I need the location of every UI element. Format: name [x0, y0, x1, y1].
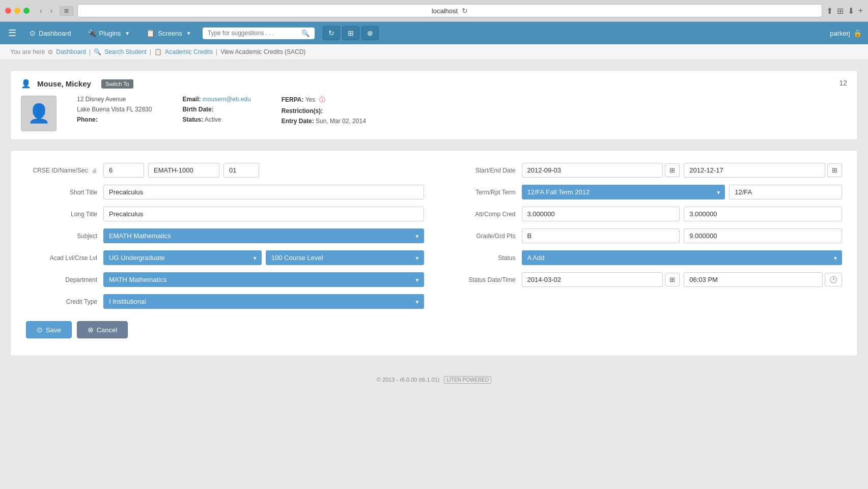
student-person-icon: 👤 [21, 79, 31, 89]
share-button[interactable]: ⬆ [826, 6, 833, 16]
grid-action-button[interactable]: ⊞ [342, 26, 359, 40]
email-label: Email: [182, 96, 201, 103]
download-button[interactable]: ⬇ [848, 6, 854, 16]
screens-label: Screens [158, 30, 182, 37]
status-form-label: Status [444, 254, 516, 262]
status-form-controls: A Add ▼ [522, 250, 843, 265]
main-content: 👤 Mouse, Mickey Switch To 12 👤 12 Disney… [0, 60, 868, 403]
comp-cred-input[interactable] [684, 207, 842, 221]
maximize-traffic-light[interactable] [23, 8, 30, 14]
status-time-wrapper: 🕐 [684, 272, 842, 287]
switch-to-button[interactable]: Switch To [101, 79, 133, 89]
close-action-button[interactable]: ⊗ [361, 26, 379, 40]
subject-select-wrapper: EMATH Mathematics ▼ [103, 228, 424, 243]
screens-nav-item[interactable]: 📋 Screens ▼ [141, 26, 197, 40]
refresh-action-button[interactable]: ↻ [323, 26, 340, 40]
reader-mode-button[interactable]: ⊞ [60, 6, 73, 16]
minimize-traffic-light[interactable] [14, 8, 20, 14]
student-avatar: 👤 [21, 96, 57, 131]
entry-date-label: Entry Date: [282, 118, 314, 125]
ferpa-value: Yes [305, 96, 316, 103]
long-title-label: Long Title [26, 211, 97, 218]
rpt-term-input[interactable] [729, 185, 842, 199]
dashboard-label: Dashboard [39, 30, 71, 37]
breadcrumb-current: View Academic Credits (SACD) [220, 48, 305, 55]
save-button[interactable]: ⊙ Save [26, 321, 72, 338]
cancel-button[interactable]: ⊗ Cancel [77, 321, 128, 338]
entry-date-row: Entry Date: Sun, Mar 02, 2014 [282, 118, 366, 125]
phone-label: Phone: [77, 116, 98, 123]
status-date-row: Status Date/Time ⊞ 🕐 [444, 272, 843, 287]
department-select-wrapper: MATH Mathematics ▼ [103, 272, 424, 287]
crse-lvl-select-wrapper: 100 Course Level ▼ [266, 250, 424, 265]
grd-pts-input[interactable] [684, 228, 842, 243]
long-title-input[interactable] [103, 207, 424, 221]
address-line2: Lake Buena Vista FL 32830 [77, 106, 152, 113]
status-date-input[interactable] [522, 272, 663, 287]
acad-lvl-select[interactable]: UG Undergraduate [103, 250, 262, 265]
subject-select[interactable]: EMATH Mathematics [103, 228, 424, 243]
form-button-row: ⊙ Save ⊗ Cancel [26, 316, 842, 343]
breadcrumb: You are here ⊙ Dashboard | 🔍 Search Stud… [0, 44, 868, 60]
dashboard-nav-item[interactable]: ⊙ Dashboard [24, 26, 76, 40]
department-select[interactable]: MATH Mathematics [103, 272, 424, 287]
phone-row: Phone: [77, 116, 152, 123]
search-input[interactable] [208, 30, 298, 37]
crse-info-icon[interactable]: 🖨 [92, 167, 97, 174]
credit-type-label: Credit Type [26, 298, 97, 305]
hamburger-menu-button[interactable]: ☰ [6, 25, 18, 41]
short-title-input[interactable] [103, 185, 424, 199]
browser-chrome: ‹ › ⊞ localhost ↻ ⬆ ⊞ ⬇ + [0, 0, 868, 22]
student-details: 👤 12 Disney Avenue Lake Buena Vista FL 3… [21, 96, 847, 131]
search-icon: 🔍 [301, 30, 310, 37]
start-end-date-label: Start/End Date [444, 167, 516, 174]
status-select[interactable]: A Add [522, 250, 843, 265]
form-left-column: CRSE ID/Name/Sec 🖨 Short Title [26, 163, 424, 316]
status-date-controls: ⊞ 🕐 [522, 272, 843, 287]
term-select[interactable]: 12/FA Fall Term 2012 [522, 185, 725, 199]
close-traffic-light[interactable] [5, 8, 11, 14]
crse-lvl-select[interactable]: 100 Course Level [266, 250, 424, 265]
start-date-input[interactable] [522, 163, 663, 178]
status-time-input[interactable] [684, 272, 823, 287]
breadcrumb-academic-credits[interactable]: Academic Credits [165, 48, 213, 55]
status-time-clock-button[interactable]: 🕐 [825, 273, 842, 286]
status-date-wrapper: ⊞ [522, 272, 680, 287]
forward-button[interactable]: › [47, 6, 56, 16]
browser-nav-arrows: ‹ › [37, 6, 55, 16]
credit-type-select[interactable]: I Institutional [103, 294, 424, 309]
header-user-area: parkerj 🔒 [830, 29, 862, 37]
form-right-column: Start/End Date ⊞ ⊞ Term/Rpt Te [444, 163, 843, 316]
breadcrumb-prefix: You are here [10, 48, 45, 55]
crse-id-input[interactable] [103, 163, 144, 178]
fullscreen-button[interactable]: ⊞ [837, 6, 844, 16]
grade-pts-label: Grade/Grd Pts [444, 233, 516, 240]
dashboard-icon: ⊙ [30, 29, 36, 37]
breadcrumb-dashboard[interactable]: Dashboard [56, 48, 86, 55]
back-button[interactable]: ‹ [37, 6, 45, 16]
address-line1: 12 Disney Avenue [77, 96, 152, 103]
footer: © 2013 - r6.0.00 (t6.1.01) LITEN POWERED [10, 366, 858, 393]
crse-sec-input[interactable] [223, 163, 259, 178]
status-date-calendar-button[interactable]: ⊞ [665, 273, 680, 286]
save-label: Save [46, 326, 61, 334]
email-value[interactable]: mousem@eb.edu [203, 96, 251, 103]
ferpa-warning-icon: ⓘ [319, 96, 325, 103]
breadcrumb-search-student[interactable]: Search Student [104, 48, 147, 55]
refresh-button[interactable]: ↻ [462, 7, 468, 15]
breadcrumb-search-icon: 🔍 [94, 48, 101, 55]
grade-input[interactable] [522, 228, 680, 243]
email-row: Email: mousem@eb.edu [182, 96, 250, 103]
avatar-person-icon: 👤 [27, 103, 50, 124]
end-date-calendar-button[interactable]: ⊞ [827, 163, 842, 177]
end-date-input[interactable] [684, 163, 825, 178]
new-tab-button[interactable]: + [858, 6, 863, 16]
plugins-label: Plugins [99, 30, 121, 37]
credit-type-controls: I Institutional ▼ [103, 294, 424, 309]
breadcrumb-credits-icon: 📋 [154, 48, 162, 55]
form-section: CRSE ID/Name/Sec 🖨 Short Title [10, 150, 858, 356]
crse-name-input[interactable] [148, 163, 219, 178]
att-cred-input[interactable] [522, 207, 680, 221]
plugins-nav-item[interactable]: 🔌 Plugins ▼ [82, 26, 135, 40]
start-date-calendar-button[interactable]: ⊞ [665, 163, 680, 177]
